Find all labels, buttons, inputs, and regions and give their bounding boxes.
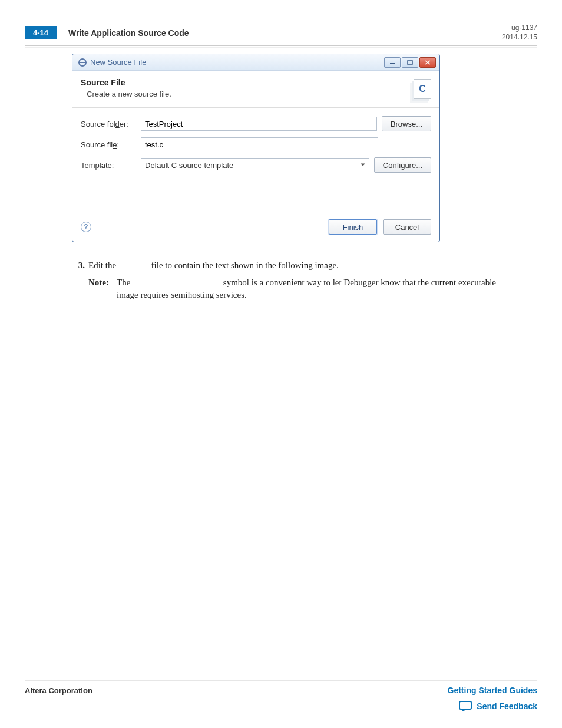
step-text: Edit the file to contain the text shown … [88, 259, 339, 272]
source-folder-input[interactable] [141, 117, 377, 131]
label-source-folder: Source folder: [81, 120, 136, 129]
c-file-icon: C [408, 79, 431, 99]
dialog-subtitle: Create a new source file. [87, 90, 171, 98]
note-body: The symbol is a convenient way to let De… [117, 276, 500, 301]
page-number-badge: 4-14 [25, 26, 57, 39]
header-rule [25, 45, 537, 48]
label-part: emplate: [85, 161, 114, 170]
company-name: Altera Corporation [25, 686, 92, 695]
close-button[interactable] [419, 57, 436, 68]
row-source-file: Source file: [81, 137, 431, 151]
dialog-figure: New Source File Source File [72, 54, 440, 242]
window-title: New Source File [90, 58, 146, 67]
field-wrap: Default C source template [141, 158, 369, 172]
maximize-icon [407, 60, 413, 65]
label-part: er: [120, 120, 128, 129]
label-source-file: Source file: [81, 140, 136, 149]
button-mnemonic: g [401, 161, 405, 170]
header-left: 4-14 Write Application Source Code [25, 26, 189, 39]
text-part: file to contain the text shown in the fo… [151, 261, 339, 270]
step-3: 3. Edit the file to contain the text sho… [77, 259, 537, 272]
label-template: Template: [81, 161, 136, 170]
form-area: Source folder: Browse... Source file: [72, 108, 439, 212]
header-right: ug-1137 2014.12.15 [502, 24, 537, 42]
row-template: Template: Default C source template Conf… [81, 157, 431, 173]
svg-rect-2 [390, 63, 395, 64]
text-part: symbol is a convenient way to let Debugg… [117, 278, 496, 299]
eclipse-icon [78, 58, 87, 67]
footer-row-1: Altera Corporation Getting Started Guide… [25, 680, 537, 695]
field-wrap [141, 137, 378, 151]
page: 4-14 Write Application Source Code ug-11… [0, 0, 562, 728]
titlebar: New Source File [72, 54, 439, 71]
window-buttons [383, 57, 436, 68]
configure-button[interactable]: Configure... [374, 157, 431, 173]
label-mnemonic: d [115, 120, 120, 129]
step-number: 3. [77, 259, 85, 272]
c-file-icon-letter: C [414, 79, 431, 99]
send-feedback-link[interactable]: Send Feedback [477, 701, 537, 711]
feedback-icon [459, 701, 472, 711]
help-icon[interactable]: ? [81, 222, 91, 232]
text-part: The [117, 278, 133, 287]
footer-row-2: Send Feedback [25, 701, 537, 711]
button-label: Confi [383, 161, 401, 170]
note-row: Note: The symbol is a convenient way to … [88, 276, 537, 301]
doc-id: ug-1137 [502, 24, 537, 33]
label-part: : [117, 140, 119, 149]
button-label: ure... [405, 161, 422, 170]
cancel-button[interactable]: Cancel [383, 219, 431, 235]
page-footer: Altera Corporation Getting Started Guide… [25, 680, 537, 711]
button-mnemonic: B [391, 120, 396, 129]
footer-buttons: Finish Cancel [329, 219, 431, 235]
section-title: Write Application Source Code [68, 28, 189, 38]
template-value: Default C source template [145, 161, 233, 170]
dialog-title-block: Source File Create a new source file. [81, 78, 171, 98]
dialog-footer: ? Finish Cancel [72, 212, 439, 242]
browse-button[interactable]: Browse... [382, 116, 431, 131]
source-file-input[interactable] [141, 137, 378, 151]
svg-rect-6 [459, 701, 471, 709]
field-wrap [141, 117, 377, 131]
button-label: rowse... [395, 120, 422, 129]
label-part: Source fol [81, 120, 115, 129]
finish-button[interactable]: Finish [329, 219, 377, 235]
titlebar-left: New Source File [78, 58, 146, 67]
body-text: 3. Edit the file to contain the text sho… [77, 253, 537, 301]
dialog-title: Source File [81, 78, 171, 87]
getting-started-link[interactable]: Getting Started Guides [448, 686, 537, 695]
svg-rect-3 [408, 61, 412, 64]
maximize-button[interactable] [402, 57, 418, 68]
body-rule [77, 253, 537, 253]
label-part: Source fil [81, 140, 113, 149]
row-source-folder: Source folder: Browse... [81, 116, 431, 131]
minimize-button[interactable] [384, 57, 401, 68]
text-part: Edit the [88, 261, 118, 270]
minimize-icon [389, 60, 395, 65]
button-mnemonic: F [343, 223, 348, 232]
doc-date: 2014.12.15 [502, 33, 537, 42]
page-header: 4-14 Write Application Source Code ug-11… [25, 24, 537, 45]
button-label: inish [348, 223, 363, 232]
close-icon [425, 60, 431, 65]
note-label: Note: [88, 276, 113, 301]
dialog-window: New Source File Source File [72, 54, 440, 242]
dialog-header: Source File Create a new source file. C [72, 71, 439, 108]
template-select[interactable]: Default C source template [141, 158, 369, 172]
